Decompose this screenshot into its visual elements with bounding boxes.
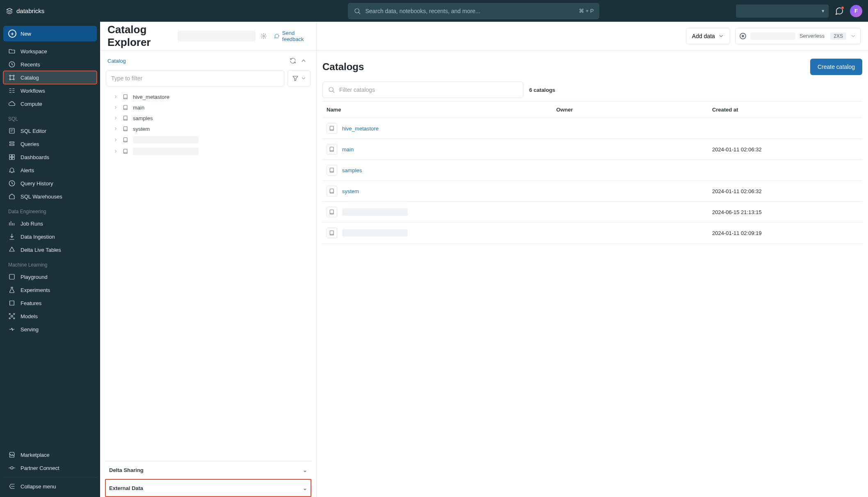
external-data-section[interactable]: External Data ⌄: [105, 479, 311, 497]
create-catalog-button[interactable]: Create catalog: [810, 59, 862, 75]
collapse-section-button[interactable]: [298, 55, 309, 66]
nav-features[interactable]: Features: [3, 296, 97, 310]
created-at: 2024-06-15 21:13:15: [712, 209, 858, 215]
catalog-link[interactable]: system: [342, 188, 359, 194]
table-row[interactable]: hive_metastore: [322, 118, 862, 139]
serverless-label: Serverless: [799, 33, 825, 39]
search-input[interactable]: [365, 8, 575, 14]
nav-compute[interactable]: Compute: [3, 97, 97, 110]
catalogs-count: 6 catalogs: [529, 87, 555, 93]
nav-label: Recents: [21, 62, 40, 68]
table-row[interactable]: samples: [322, 160, 862, 181]
nav-catalog[interactable]: Catalog: [3, 71, 97, 84]
nav-alerts[interactable]: Alerts: [3, 164, 97, 177]
nav-playground[interactable]: Playground: [3, 270, 97, 283]
accordion-label: Delta Sharing: [109, 467, 144, 473]
catalog-icon: [327, 186, 337, 196]
catalog-icon: [327, 165, 337, 176]
chevron-right-icon: [113, 149, 118, 154]
global-search[interactable]: ⌘ + P: [348, 3, 599, 19]
nav-partner-connect[interactable]: Partner Connect: [3, 461, 97, 474]
catalog-link[interactable]: samples: [342, 167, 362, 173]
chevron-right-icon: [113, 137, 118, 142]
content-area: Add data Serverless 2XS Catalogs Create …: [317, 22, 868, 497]
dashboard-icon: [8, 153, 16, 161]
nav-recents[interactable]: Recents: [3, 58, 97, 71]
catalog-icon: [327, 228, 337, 238]
catalog-tree: hive_metastoremainsamplessystem: [105, 90, 311, 159]
help-button[interactable]: [834, 5, 845, 17]
delta-sharing-section[interactable]: Delta Sharing ⌄: [105, 461, 311, 479]
tree-item[interactable]: system: [105, 123, 311, 134]
tree-filter[interactable]: [106, 70, 284, 87]
serving-icon: [8, 326, 16, 333]
dlt-icon: [8, 246, 16, 253]
catalogs-title: Catalogs: [322, 61, 364, 73]
table-row[interactable]: system 2024-01-11 02:06:32: [322, 181, 862, 202]
catalog-icon: [327, 123, 337, 134]
tree-item-label: system: [133, 126, 150, 132]
nav-sql-warehouses[interactable]: SQL Warehouses: [3, 190, 97, 203]
workspace-switcher[interactable]: ▾: [736, 5, 829, 18]
user-avatar[interactable]: F: [850, 5, 862, 17]
nav-label: Models: [21, 313, 38, 319]
new-button[interactable]: + New: [3, 26, 97, 41]
table-row[interactable]: 2024-06-15 21:13:15: [322, 202, 862, 223]
tree-item[interactable]: hive_metastore: [105, 91, 311, 102]
nav-dashboards[interactable]: Dashboards: [3, 150, 97, 164]
nav-marketplace[interactable]: Marketplace: [3, 448, 97, 461]
nav-label: Job Runs: [21, 221, 43, 227]
nav-serving[interactable]: Serving: [3, 323, 97, 336]
tree-item-redacted: [133, 136, 199, 144]
catalogs-filter[interactable]: [322, 82, 523, 98]
nav-sql-editor[interactable]: SQL Editor: [3, 124, 97, 137]
nav-models[interactable]: Models: [3, 310, 97, 323]
table-header: Name Owner Created at: [322, 101, 862, 118]
catalog-link[interactable]: main: [342, 146, 354, 153]
catalogs-filter-input[interactable]: [339, 87, 518, 93]
send-feedback-link[interactable]: Send feedback: [274, 30, 309, 42]
nav-label: Queries: [21, 141, 39, 147]
feedback-label: Send feedback: [282, 30, 309, 42]
gear-icon[interactable]: [260, 32, 267, 40]
table-row[interactable]: 2024-01-11 02:09:19: [322, 223, 862, 244]
tree-item[interactable]: main: [105, 102, 311, 113]
nav-job-runs[interactable]: Job Runs: [3, 217, 97, 230]
nav-workspace[interactable]: Workspace: [3, 45, 97, 58]
catalog-section-label[interactable]: Catalog: [107, 58, 126, 64]
nav-label: Query History: [21, 180, 53, 187]
tree-filter-input[interactable]: [111, 75, 279, 82]
features-icon: [8, 299, 16, 307]
svg-rect-11: [9, 274, 14, 279]
filter-options-button[interactable]: [288, 70, 311, 87]
compute-name-redacted: [750, 32, 795, 40]
partner-icon: [8, 464, 16, 472]
catalog-icon: [327, 207, 337, 217]
databricks-logo-icon: [6, 7, 13, 15]
tree-item[interactable]: samples: [105, 113, 311, 123]
table-row[interactable]: main 2024-01-11 02:06:32: [322, 139, 862, 160]
logo[interactable]: databricks: [6, 7, 44, 15]
nav-label: Dashboards: [21, 154, 49, 160]
nav-data-ingestion[interactable]: Data Ingestion: [3, 230, 97, 243]
catalog-link[interactable]: hive_metastore: [342, 125, 379, 132]
col-name: Name: [327, 107, 556, 113]
nav-collapse[interactable]: Collapse menu: [3, 480, 97, 493]
nav-label: Features: [21, 300, 41, 306]
col-owner: Owner: [556, 107, 712, 113]
nav-label: Alerts: [21, 167, 34, 173]
tree-item[interactable]: [105, 146, 311, 157]
refresh-button[interactable]: [288, 55, 298, 66]
models-icon: [8, 312, 16, 320]
compute-selector[interactable]: Serverless 2XS: [735, 28, 861, 44]
catalog-icon: [122, 104, 129, 111]
nav-queries[interactable]: Queries: [3, 137, 97, 150]
nav-workflows[interactable]: Workflows: [3, 84, 97, 97]
add-data-button[interactable]: Add data: [686, 28, 730, 44]
nav-experiments[interactable]: Experiments: [3, 283, 97, 296]
tree-item[interactable]: [105, 134, 311, 146]
nav-delta-live-tables[interactable]: Delta Live Tables: [3, 243, 97, 256]
nav-query-history[interactable]: Query History: [3, 177, 97, 190]
catalog-name-redacted: [342, 229, 408, 237]
chevron-right-icon: [113, 105, 118, 110]
